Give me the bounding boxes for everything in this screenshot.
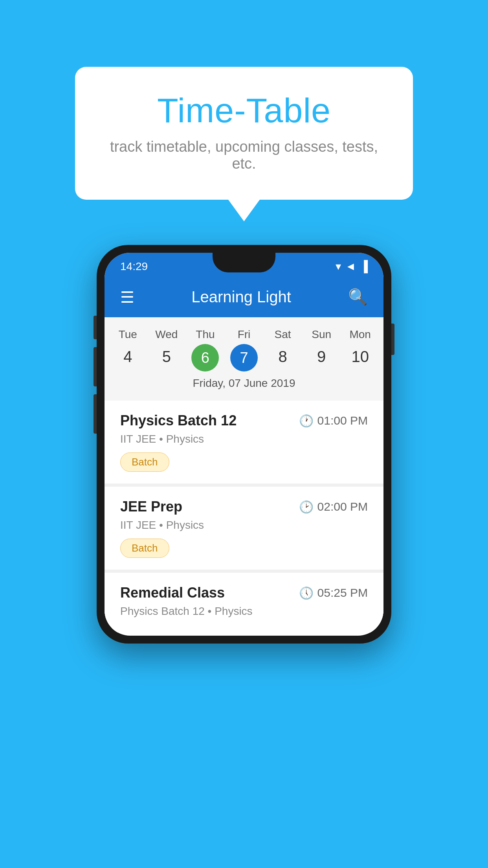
phone-screen: 14:29 ▾ ◄ ▐ ☰ Learning Light 🔍 Tue Wed T… — [105, 253, 383, 636]
day-5[interactable]: 5 — [147, 344, 186, 371]
day-thu: Thu — [186, 325, 225, 344]
app-bar: ☰ Learning Light 🔍 — [105, 277, 383, 317]
day-tue: Tue — [108, 325, 147, 344]
day-10[interactable]: 10 — [341, 344, 380, 371]
selected-date: Friday, 07 June 2019 — [105, 371, 383, 397]
bubble-title: Time-Table — [106, 90, 382, 131]
item-1-title: Physics Batch 12 — [120, 412, 237, 429]
day-sun: Sun — [302, 325, 341, 344]
calendar-strip: Tue Wed Thu Fri Sat Sun Mon 4 5 6 7 8 9 … — [105, 317, 383, 401]
item-2-header: JEE Prep 🕑 02:00 PM — [120, 498, 368, 515]
bubble-pointer — [228, 200, 260, 221]
item-2-time: 🕑 02:00 PM — [299, 500, 368, 514]
day-sat: Sat — [263, 325, 302, 344]
item-3-subtitle: Physics Batch 12 • Physics — [120, 605, 368, 618]
item-3-time: 🕔 05:25 PM — [299, 586, 368, 600]
phone-device: 14:29 ▾ ◄ ▐ ☰ Learning Light 🔍 Tue Wed T… — [97, 245, 391, 644]
day-9[interactable]: 9 — [302, 344, 341, 371]
schedule-item-2[interactable]: JEE Prep 🕑 02:00 PM IIT JEE • Physics Ba… — [105, 487, 383, 570]
item-3-title: Remedial Class — [120, 585, 225, 601]
day-wed: Wed — [147, 325, 186, 344]
item-2-badge: Batch — [120, 539, 169, 558]
item-1-badge: Batch — [120, 452, 169, 472]
schedule-item-1[interactable]: Physics Batch 12 🕐 01:00 PM IIT JEE • Ph… — [105, 401, 383, 484]
bubble-subtitle: track timetable, upcoming classes, tests… — [106, 138, 382, 172]
vol-mute-button — [94, 316, 97, 339]
schedule-list: Physics Batch 12 🕐 01:00 PM IIT JEE • Ph… — [105, 401, 383, 633]
item-2-subtitle: IIT JEE • Physics — [120, 519, 368, 531]
item-1-time: 🕐 01:00 PM — [299, 414, 368, 428]
clock-icon-2: 🕑 — [299, 500, 314, 514]
day-4[interactable]: 4 — [108, 344, 147, 371]
speech-bubble-section: Time-Table track timetable, upcoming cla… — [75, 67, 413, 221]
battery-icon: ▐ — [360, 260, 368, 273]
day-6-today[interactable]: 6 — [191, 344, 219, 371]
status-time: 14:29 — [120, 260, 148, 273]
day-7-selected[interactable]: 7 — [230, 344, 258, 371]
search-icon[interactable]: 🔍 — [348, 288, 368, 306]
day-headers: Tue Wed Thu Fri Sat Sun Mon — [105, 325, 383, 344]
vol-down-button — [94, 394, 97, 434]
day-mon: Mon — [341, 325, 380, 344]
speech-bubble-card: Time-Table track timetable, upcoming cla… — [75, 67, 413, 200]
phone-wrapper: 14:29 ▾ ◄ ▐ ☰ Learning Light 🔍 Tue Wed T… — [0, 245, 488, 644]
day-fri: Fri — [225, 325, 264, 344]
status-icons: ▾ ◄ ▐ — [336, 260, 368, 273]
clock-icon-3: 🕔 — [299, 586, 314, 600]
item-1-subtitle: IIT JEE • Physics — [120, 433, 368, 445]
schedule-item-3[interactable]: Remedial Class 🕔 05:25 PM Physics Batch … — [105, 573, 383, 633]
wifi-icon: ▾ — [336, 260, 341, 273]
vol-up-button — [94, 347, 97, 386]
clock-icon-1: 🕐 — [299, 414, 314, 428]
item-1-header: Physics Batch 12 🕐 01:00 PM — [120, 412, 368, 429]
menu-icon[interactable]: ☰ — [120, 288, 134, 306]
app-title: Learning Light — [191, 288, 291, 306]
day-8[interactable]: 8 — [263, 344, 302, 371]
item-3-header: Remedial Class 🕔 05:25 PM — [120, 585, 368, 601]
item-2-title: JEE Prep — [120, 498, 182, 515]
power-button — [391, 324, 394, 355]
day-numbers: 4 5 6 7 8 9 10 — [105, 344, 383, 371]
phone-notch — [213, 253, 275, 272]
signal-icon: ◄ — [345, 260, 356, 273]
